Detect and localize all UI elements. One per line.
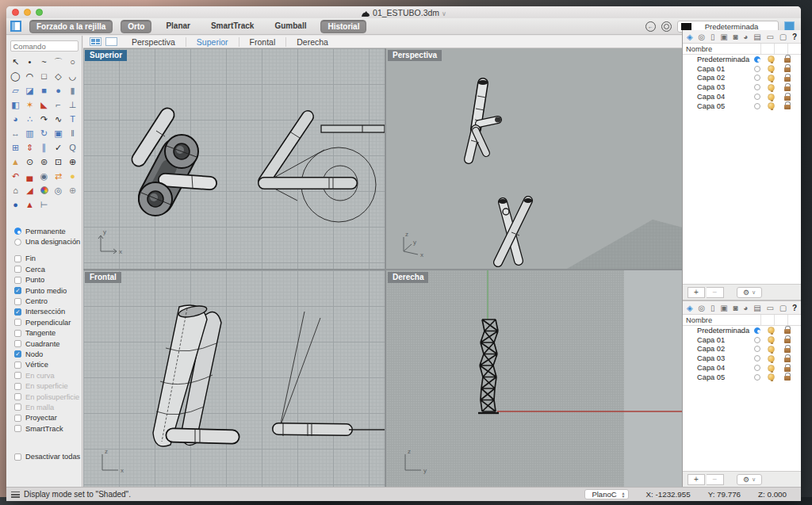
viewport-tab-superior[interactable]: Superior <box>186 37 239 47</box>
checkbox-fin[interactable] <box>14 255 21 262</box>
monitor-icon[interactable]: ▢ <box>779 33 787 41</box>
layer-row-predeterminada[interactable]: Predeterminada <box>683 55 801 64</box>
layer-lock-icon[interactable] <box>784 348 791 353</box>
rectangle-icon[interactable]: ▭ <box>766 33 773 41</box>
layers-icon[interactable]: ◈ <box>687 33 693 41</box>
remove-layer-button[interactable]: − <box>707 287 724 298</box>
render-sphere-icon[interactable]: ● <box>9 197 23 212</box>
rectangle-icon[interactable]: ▭ <box>766 304 773 312</box>
pan-icon[interactable]: ⊕ <box>66 155 80 169</box>
eye-display-icon[interactable]: ◉ <box>37 169 52 183</box>
boolean-union-icon[interactable]: ◕ <box>9 112 23 126</box>
viewport-frontal[interactable]: Frontal <box>83 270 385 487</box>
toolbar-button-planar[interactable]: Planar <box>159 20 197 33</box>
dimension-icon[interactable]: ⊢ <box>37 197 52 212</box>
add-layer-button[interactable]: + <box>688 287 705 298</box>
render-settings-icon[interactable]: ◎ <box>698 33 705 41</box>
array-linear-icon[interactable]: ‖ <box>66 126 80 140</box>
layer-row-capa-05[interactable]: Capa 05 <box>683 373 801 382</box>
left-panel-toggle-icon[interactable] <box>10 21 21 32</box>
toolbar-button-forzado-a-la-rejilla[interactable]: Forzado a la rejilla <box>29 20 113 33</box>
layer-lock-icon[interactable] <box>784 86 791 91</box>
zoom-extents-icon[interactable]: ⊡ <box>52 155 66 169</box>
layer-visibility-bulb-icon[interactable] <box>768 75 775 82</box>
layer-visibility-bulb-icon[interactable] <box>768 336 775 343</box>
layer-settings-gear-button[interactable]: ⚙∨ <box>737 287 762 298</box>
layer-row-capa-02[interactable]: Capa 02 <box>683 345 801 354</box>
layer-row-capa-01[interactable]: Capa 01 <box>683 335 801 345</box>
layer-row-capa-01[interactable]: Capa 01 <box>683 64 801 74</box>
document-icon[interactable]: ▯ <box>710 304 715 312</box>
layer-current-radio[interactable] <box>754 56 760 63</box>
layer-current-radio[interactable] <box>754 84 760 90</box>
layer-visibility-bulb-icon[interactable] <box>768 102 775 109</box>
checkbox-cuadrante[interactable] <box>14 340 21 347</box>
layer-row-predeterminada[interactable]: Predeterminada <box>683 326 801 335</box>
layer-lock-icon[interactable] <box>784 358 791 362</box>
layer-visibility-bulb-icon[interactable] <box>768 355 775 362</box>
layer-row-capa-04[interactable]: Capa 04 <box>683 363 801 373</box>
checkbox-punto-medio[interactable]: ✓ <box>14 287 21 294</box>
car-icon[interactable]: ▄ <box>23 169 37 183</box>
check-icon[interactable]: ✓ <box>52 140 66 155</box>
notes-icon[interactable]: ▤ <box>753 33 760 41</box>
layer-current-radio[interactable] <box>754 327 760 334</box>
layer-settings-gear-button[interactable]: ⚙∨ <box>737 474 762 485</box>
rebuild-curve-icon[interactable]: ∿ <box>52 112 66 126</box>
interpolate-curve-icon[interactable]: ⌒ <box>52 55 66 69</box>
layer-current-radio[interactable] <box>754 337 760 343</box>
layer-visibility-bulb-icon[interactable] <box>768 365 775 372</box>
ellipse-icon[interactable]: ◯ <box>9 69 23 83</box>
color-wheel-icon[interactable] <box>37 183 52 197</box>
text-icon[interactable]: T <box>66 112 80 126</box>
viewport-tab-perspectiva[interactable]: Perspectiva <box>121 37 186 47</box>
camera-icon[interactable]: ◙ <box>733 304 738 312</box>
checkbox-cerca[interactable] <box>14 266 21 273</box>
rectangle-icon[interactable]: □ <box>37 69 52 83</box>
layer-lock-icon[interactable] <box>784 339 791 343</box>
hamburger-menu-icon[interactable] <box>11 492 20 498</box>
checkbox-tangente[interactable] <box>14 330 21 337</box>
scale-icon[interactable]: ⇕ <box>23 140 37 155</box>
layer-visibility-bulb-icon[interactable] <box>768 84 775 91</box>
viewport-label[interactable]: Frontal <box>85 272 121 283</box>
layer-current-radio[interactable] <box>754 66 760 72</box>
layer-current-radio[interactable] <box>754 355 760 362</box>
camera-icon[interactable]: ◙ <box>733 33 738 41</box>
checkbox-perpendicular[interactable] <box>14 319 21 326</box>
sphere-icon[interactable]: ● <box>52 83 66 98</box>
layer-lock-icon[interactable] <box>784 58 791 63</box>
viewport-tab-frontal[interactable]: Frontal <box>239 37 286 47</box>
cplane-select[interactable]: PlanoC ▲▼ <box>584 489 628 499</box>
object-properties-icon[interactable]: ▣ <box>720 33 727 41</box>
layer-row-capa-03[interactable]: Capa 03 <box>683 82 801 92</box>
cone-icon[interactable]: ▲ <box>9 155 23 169</box>
layer-visibility-bulb-icon[interactable] <box>768 346 775 353</box>
checkbox-proyectar[interactable] <box>14 415 21 422</box>
viewport-label[interactable]: Superior <box>85 50 127 61</box>
display-icon[interactable]: ◕ <box>743 33 748 41</box>
chamfer-icon[interactable]: ⌐ <box>52 98 66 112</box>
revolve-icon[interactable]: ✶ <box>23 98 37 112</box>
align-icon[interactable]: ∥ <box>37 140 52 155</box>
checkbox-desactivar-todas[interactable] <box>14 453 21 461</box>
object-properties-icon[interactable]: ▣ <box>720 304 727 312</box>
layer-current-radio[interactable] <box>754 365 760 371</box>
layer-current-radio[interactable] <box>754 75 760 81</box>
layer-current-radio[interactable] <box>754 374 760 381</box>
layer-row-capa-04[interactable]: Capa 04 <box>683 92 801 101</box>
viewport-label[interactable]: Derecha <box>388 272 428 283</box>
mini-cone-icon[interactable]: ▲ <box>23 197 37 212</box>
record-circle-icon[interactable] <box>661 21 672 32</box>
document-icon[interactable]: ▯ <box>710 33 715 41</box>
lightbulb-icon[interactable]: ● <box>66 169 80 183</box>
viewport-tab-derecha[interactable]: Derecha <box>285 37 339 47</box>
viewport-label[interactable]: Perspectiva <box>388 50 442 61</box>
layer-lock-icon[interactable] <box>784 96 791 101</box>
toolbar-button-smarttrack[interactable]: SmartTrack <box>205 20 260 33</box>
history-circle-icon[interactable]: ← <box>645 21 656 32</box>
layer-lock-icon[interactable] <box>784 367 791 372</box>
orient-icon[interactable]: Q <box>66 140 80 155</box>
layer-visibility-bulb-icon[interactable] <box>768 65 775 72</box>
shaded-sphere-icon[interactable]: ◎ <box>52 183 66 197</box>
